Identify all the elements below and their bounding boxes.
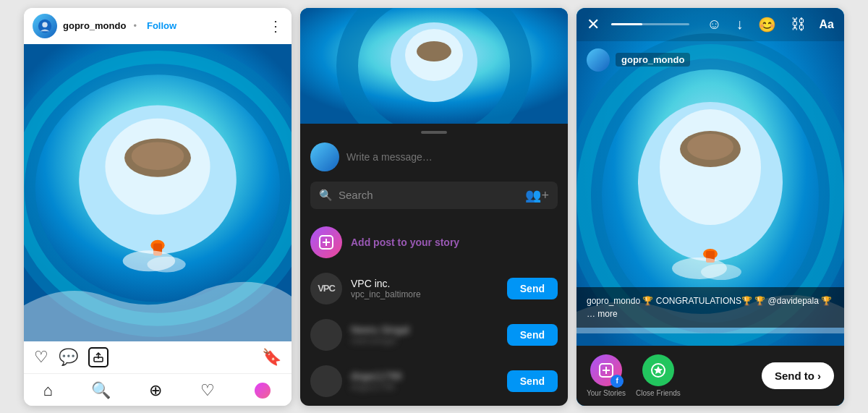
story-bottom-bar: f Your Stories Close Friends Send to › <box>576 346 844 406</box>
svg-point-12 <box>147 256 185 272</box>
close-button[interactable]: ✕ <box>587 15 600 34</box>
neeru-avatar <box>310 319 342 351</box>
story-progress-fill <box>611 23 642 25</box>
doga-name: doga11799 <box>351 370 498 382</box>
vpc-name: VPC inc. <box>351 278 498 289</box>
post-photo-svg <box>24 44 292 341</box>
drag-handle <box>421 131 447 134</box>
send-neeru-button[interactable]: Send <box>507 324 558 346</box>
add-post-button[interactable]: ⊕ <box>149 381 162 400</box>
story-top-bar: ✕ ☺ ↓ 😊 ⛓ Aa <box>576 8 844 41</box>
post-image <box>24 44 292 341</box>
profile-button[interactable] <box>253 381 272 400</box>
like-button[interactable]: ♡ <box>34 348 48 367</box>
emoji-button[interactable]: ☺ <box>707 16 721 33</box>
svg-point-33 <box>701 264 741 280</box>
home-nav-button[interactable]: ⌂ <box>43 381 53 400</box>
your-stories-option[interactable]: f Your Stories <box>587 354 626 397</box>
message-input[interactable] <box>346 151 558 163</box>
story-user-avatar <box>587 48 610 72</box>
your-stories-icon: f <box>590 354 622 386</box>
close-friends-icon <box>642 354 674 386</box>
search-nav-button[interactable]: 🔍 <box>91 381 111 400</box>
comment-button[interactable]: 💬 <box>59 348 78 367</box>
post-header: gopro_mondo • Follow ⋮ <box>24 8 292 44</box>
follow-button[interactable]: Follow <box>147 20 176 31</box>
vpc-handle: vpc_inc_baltimore <box>351 289 498 299</box>
search-icon: 🔍 <box>319 189 333 202</box>
add-to-story-label[interactable]: Add post to your story <box>351 237 459 248</box>
story-progress-bar <box>611 23 689 25</box>
add-story-icon <box>310 226 342 258</box>
share-button[interactable] <box>88 347 109 367</box>
download-button[interactable]: ↓ <box>736 16 744 33</box>
doga-info: doga11799 doga11799 <box>351 370 498 392</box>
text-style-button[interactable]: Aa <box>820 18 834 31</box>
contact-row-doga: doga11799 doga11799 Send <box>300 358 568 404</box>
phone-post-view: gopro_mondo • Follow ⋮ <box>24 8 292 406</box>
chain-icon[interactable]: ⛓ <box>791 16 805 33</box>
story-caption-text: gopro_mondo 🏆 CONGRATULATIONS🏆 🏆 @davide… <box>587 294 834 320</box>
bottom-navigation: ⌂ 🔍 ⊕ ♡ <box>24 373 292 406</box>
doga-handle: doga11799 <box>351 382 498 392</box>
contact-row-neeru: Neeru Singal neerusingal Send <box>300 312 568 358</box>
add-to-story-row[interactable]: Add post to your story <box>300 219 568 265</box>
dot-separator: • <box>133 20 137 31</box>
share-post-preview <box>300 8 568 124</box>
close-friends-option[interactable]: Close Friends <box>636 354 681 397</box>
story-user-row: gopro_mondo <box>576 43 844 77</box>
more-options-button[interactable]: ⋮ <box>268 19 283 33</box>
svg-point-1 <box>42 22 47 27</box>
send-to-label: Send to <box>775 370 814 382</box>
facebook-badge: f <box>610 375 624 388</box>
contact-row-vpc: VPC VPC inc. vpc_inc_baltimore Send <box>300 265 568 312</box>
svg-point-19 <box>417 41 451 61</box>
story-username: gopro_mondo <box>616 53 690 67</box>
sticker-button[interactable]: 😊 <box>758 16 776 33</box>
send-doga-button[interactable]: Send <box>507 370 558 392</box>
story-caption-box: gopro_mondo 🏆 CONGRATULATIONS🏆 🏆 @davide… <box>576 287 844 328</box>
message-avatar <box>310 142 339 171</box>
phone-share-sheet: 🔍 Search 👥+ Add post to your story VPC V… <box>300 8 568 406</box>
search-placeholder-text: Search <box>339 189 519 201</box>
svg-point-29 <box>687 134 733 160</box>
share-icon <box>88 347 109 367</box>
username-label: gopro_mondo <box>63 20 126 31</box>
vpc-info: VPC inc. vpc_inc_baltimore <box>351 278 498 299</box>
send-vpc-button[interactable]: Send <box>507 278 558 299</box>
avatar <box>33 14 57 38</box>
neeru-handle: neerusingal <box>351 336 498 346</box>
search-row[interactable]: 🔍 Search 👥+ <box>310 182 558 209</box>
send-to-chevron: › <box>817 370 821 382</box>
message-compose-row <box>300 142 568 182</box>
post-action-bar: ♡ 💬 🔖 <box>24 341 292 373</box>
your-stories-label: Your Stories <box>587 389 626 397</box>
add-people-icon[interactable]: 👥+ <box>525 187 549 203</box>
doga-avatar <box>310 365 342 397</box>
save-button[interactable]: 🔖 <box>262 348 281 367</box>
send-to-button[interactable]: Send to › <box>762 362 834 389</box>
neeru-name: Neeru Singal <box>351 324 498 336</box>
preview-svg <box>300 8 568 124</box>
neeru-info: Neeru Singal neerusingal <box>351 324 498 346</box>
svg-point-8 <box>132 142 184 170</box>
close-friends-label: Close Friends <box>636 389 681 397</box>
vpc-avatar: VPC <box>310 273 342 305</box>
phone-story-view: ✕ ☺ ↓ 😊 ⛓ Aa gopro_mondo gopro_mondo 🏆 C… <box>576 8 844 406</box>
activity-button[interactable]: ♡ <box>200 381 215 400</box>
